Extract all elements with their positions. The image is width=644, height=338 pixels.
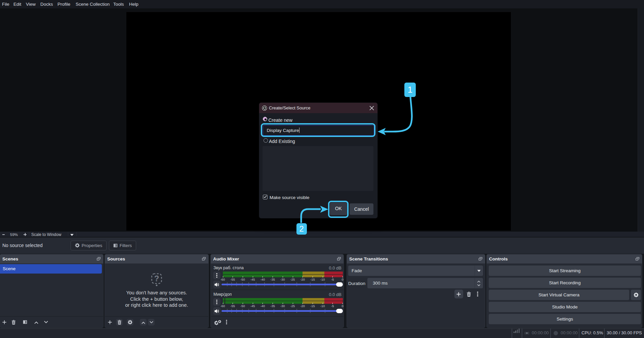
svg-text:?: ? (154, 274, 159, 283)
